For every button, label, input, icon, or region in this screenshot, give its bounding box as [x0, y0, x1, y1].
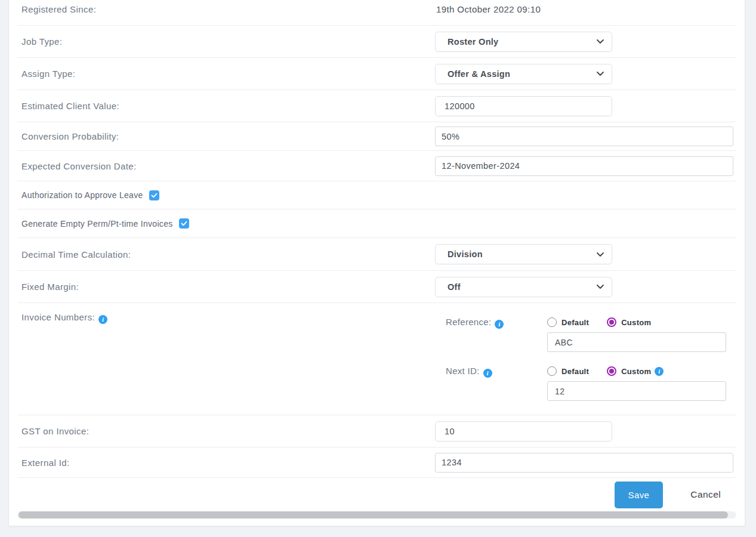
next-id-block: Next ID: Default Custom — [435, 365, 726, 401]
row-fixed-margin: Fixed Margin: Off — [17, 271, 736, 303]
registered-since-value: 19th October 2022 09:10 — [436, 4, 541, 14]
fixed-margin-select[interactable]: Off — [435, 277, 612, 297]
info-icon[interactable] — [655, 367, 664, 376]
authorization-label: Authorization to Approve Leave — [21, 190, 143, 200]
checkmark-icon — [181, 221, 187, 226]
external-id-input[interactable] — [435, 453, 733, 473]
row-assign-type: Assign Type: Offer & Assign — [17, 58, 736, 90]
registered-since-label: Registered Since: — [17, 4, 435, 14]
next-id-label-wrap: Next ID: — [435, 365, 547, 378]
radio-selected-icon — [607, 366, 616, 376]
info-icon[interactable] — [98, 315, 107, 324]
reference-label-wrap: Reference: — [435, 316, 547, 329]
conversion-probability-input[interactable] — [435, 126, 733, 146]
generate-invoices-label: Generate Empty Perm/Pt-time Invoices — [21, 219, 173, 229]
invoice-numbers-label-wrap: Invoice Numbers: — [17, 303, 435, 324]
decimal-time-label: Decimal Time Calculation: — [17, 249, 435, 260]
row-conversion-probability: Conversion Probability: — [17, 122, 736, 151]
generate-invoices-checkbox-group: Generate Empty Perm/Pt-time Invoices — [17, 218, 189, 229]
invoice-numbers-label: Invoice Numbers: — [21, 312, 95, 322]
next-id-radio-group: Default Custom — [547, 365, 726, 377]
next-id-input[interactable] — [547, 381, 726, 401]
reference-label: Reference: — [446, 317, 491, 327]
job-type-select[interactable]: Roster Only — [435, 32, 612, 52]
chevron-down-icon — [597, 39, 604, 44]
row-estimated-client-value: Estimated Client Value: — [17, 90, 736, 122]
save-button[interactable]: Save — [615, 482, 664, 508]
horizontal-scrollbar-thumb[interactable] — [18, 511, 728, 519]
row-decimal-time-calculation: Decimal Time Calculation: Division — [17, 238, 736, 271]
chevron-down-icon — [597, 252, 604, 257]
decimal-time-selected-value: Division — [448, 249, 483, 259]
settings-panel: Registered Since: 19th October 2022 09:1… — [8, 0, 745, 526]
next-id-custom-label: Custom — [621, 367, 651, 376]
row-registered-since: Registered Since: 19th October 2022 09:1… — [17, 0, 736, 26]
external-id-label: External Id: — [17, 458, 435, 468]
cancel-button[interactable]: Cancel — [690, 489, 721, 500]
assign-type-label: Assign Type: — [17, 69, 435, 79]
expected-conversion-date-label: Expected Conversion Date: — [17, 161, 435, 171]
gst-input[interactable] — [435, 421, 612, 442]
fixed-margin-label: Fixed Margin: — [17, 282, 435, 292]
next-id-default-label: Default — [561, 367, 589, 376]
checkmark-icon — [151, 193, 158, 198]
job-type-selected-value: Roster Only — [448, 37, 499, 47]
authorization-checkbox[interactable] — [149, 190, 159, 200]
reference-input[interactable] — [547, 332, 726, 352]
horizontal-scrollbar-track[interactable] — [17, 511, 736, 519]
conversion-probability-label: Conversion Probability: — [17, 131, 435, 141]
radio-unselected-icon — [547, 317, 557, 327]
next-id-default-radio[interactable]: Default — [547, 366, 589, 376]
next-id-label: Next ID: — [446, 366, 480, 376]
generate-invoices-checkbox[interactable] — [179, 218, 189, 229]
reference-default-label: Default — [561, 318, 589, 327]
invoice-numbers-controls: Reference: Default Custom — [435, 303, 726, 401]
reference-radio-group: Default Custom — [547, 316, 726, 328]
estimated-client-value-input[interactable] — [435, 96, 612, 116]
chevron-down-icon — [597, 285, 604, 289]
info-icon[interactable] — [483, 369, 492, 378]
settings-table: Registered Since: 19th October 2022 09:1… — [17, 0, 736, 519]
authorization-checkbox-group: Authorization to Approve Leave — [17, 190, 159, 200]
radio-selected-icon — [607, 317, 616, 327]
estimated-client-value-label: Estimated Client Value: — [17, 101, 435, 111]
row-generate-empty-invoices: Generate Empty Perm/Pt-time Invoices — [17, 209, 736, 238]
assign-type-select[interactable]: Offer & Assign — [435, 64, 612, 84]
expected-conversion-date-input[interactable] — [435, 156, 733, 176]
next-id-custom-radio[interactable]: Custom — [607, 366, 664, 376]
reference-custom-label: Custom — [621, 318, 651, 327]
info-icon[interactable] — [495, 320, 504, 329]
row-gst-on-invoice: GST on Invoice: — [17, 415, 736, 448]
decimal-time-select[interactable]: Division — [435, 244, 612, 264]
reference-controls: Default Custom — [547, 316, 726, 352]
reference-block: Reference: Default Custom — [435, 316, 726, 352]
row-job-type: Job Type: Roster Only — [17, 26, 736, 58]
reference-default-radio[interactable]: Default — [547, 317, 589, 327]
action-row: Save Cancel — [17, 478, 736, 511]
fixed-margin-selected-value: Off — [448, 282, 461, 292]
row-expected-conversion-date: Expected Conversion Date: — [17, 151, 736, 181]
row-external-id: External Id: — [17, 448, 736, 478]
row-invoice-numbers: Invoice Numbers: Reference: Default — [17, 303, 736, 415]
radio-unselected-icon — [547, 366, 557, 376]
next-id-controls: Default Custom — [547, 365, 726, 401]
reference-custom-radio[interactable]: Custom — [607, 317, 651, 327]
assign-type-selected-value: Offer & Assign — [448, 69, 510, 79]
job-type-label: Job Type: — [17, 36, 435, 47]
gst-label: GST on Invoice: — [17, 426, 435, 436]
chevron-down-icon — [597, 72, 604, 76]
row-authorization-approve-leave: Authorization to Approve Leave — [17, 181, 736, 209]
